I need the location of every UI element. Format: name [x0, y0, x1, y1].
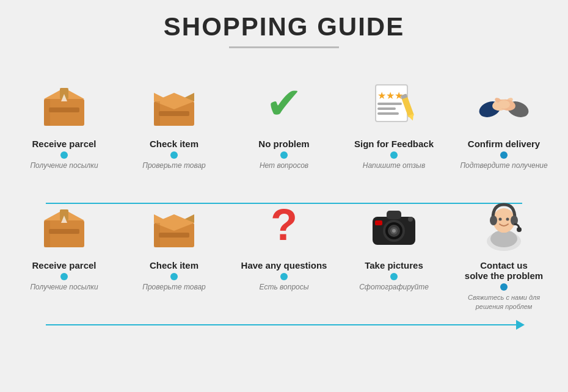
step-sublabel-feedback: Напишите отзыв — [363, 161, 425, 170]
step-icon-support — [473, 194, 534, 255]
step-sign-feedback: ★★★ Sign for Feedback Напишите отзыв — [345, 73, 443, 170]
camera-icon — [366, 197, 421, 252]
step-dot-pictures — [390, 273, 398, 280]
step-dot-check-1 — [170, 151, 178, 159]
guide-row-1: Receive parcel Получение посылки — [9, 73, 559, 170]
step-sublabel-check-1: Проверьте товар — [142, 161, 206, 170]
title-underline — [229, 46, 339, 48]
step-sublabel-receive-1: Получение посылки — [30, 161, 98, 170]
step-label-contact: Contact ussolve the problem — [465, 260, 543, 281]
svg-rect-16 — [377, 112, 399, 115]
step-label-questions: Have any questions — [241, 260, 327, 270]
step-sublabel-pictures: Сфотографируйте — [359, 283, 429, 291]
box-open-icon — [147, 76, 202, 131]
step-contact-us: Contact ussolve the problem Свяжитесь с … — [455, 194, 553, 312]
step-sublabel-contact: Свяжитесь с нами для решения проблем — [455, 293, 553, 312]
steps-container-1: Receive parcel Получение посылки — [9, 73, 559, 170]
step-dot-receive-1 — [60, 151, 68, 159]
step-dot-no-problem — [280, 151, 288, 159]
step-confirm-delivery: Confirm delivery Подтвердите получение — [455, 73, 553, 170]
step-check-item-2: Check item Проверьте товар — [125, 194, 223, 291]
step-icon-receive-1 — [34, 73, 95, 134]
svg-marker-34 — [44, 220, 50, 247]
svg-rect-47 — [387, 211, 401, 219]
svg-marker-40 — [154, 223, 160, 247]
svg-rect-39 — [159, 233, 189, 238]
step-dot-receive-2 — [60, 273, 68, 280]
svg-rect-31 — [49, 229, 79, 234]
svg-point-56 — [517, 227, 522, 232]
step-icon-check-1 — [144, 73, 205, 134]
guide-row-2: Receive parcel Получение посылки Check i… — [9, 194, 559, 312]
step-label-feedback: Sign for Feedback — [354, 139, 434, 149]
support-icon — [476, 197, 531, 252]
step-no-problem: ✔ No problem Нет вопросов — [235, 73, 333, 170]
step-label-check-2: Check item — [150, 260, 198, 270]
step-icon-handshake — [473, 73, 534, 134]
svg-point-51 — [490, 230, 517, 247]
box-closed-icon-2 — [37, 197, 92, 252]
step-dot-questions — [280, 273, 288, 280]
step-have-questions: ? Have any questions Есть вопросы — [235, 194, 333, 291]
step-receive-parcel-1: Receive parcel Получение посылки — [15, 73, 113, 170]
question-mark-icon: ? — [271, 203, 297, 247]
svg-rect-48 — [375, 220, 382, 225]
svg-marker-11 — [154, 101, 160, 126]
step-receive-parcel-2: Receive parcel Получение посылки — [15, 194, 113, 291]
step-sublabel-confirm: Подтвердите получение — [460, 161, 547, 170]
step-sublabel-no-problem: Нет вопросов — [260, 161, 308, 170]
step-label-check-1: Check item — [150, 139, 198, 149]
step-sublabel-questions: Есть вопросы — [259, 283, 308, 291]
checkmark-icon: ✔ — [266, 81, 302, 125]
step-label-receive-2: Receive parcel — [32, 260, 96, 270]
svg-point-58 — [506, 218, 509, 221]
svg-rect-10 — [159, 111, 189, 116]
step-icon-receive-2 — [34, 194, 95, 255]
step-dot-check-2 — [170, 273, 178, 280]
step-label-receive-1: Receive parcel — [32, 139, 96, 149]
svg-point-49 — [408, 217, 413, 222]
svg-point-46 — [392, 229, 396, 233]
box-closed-icon — [37, 76, 92, 131]
svg-point-28 — [498, 100, 510, 109]
handshake-icon — [476, 76, 531, 131]
step-icon-camera — [363, 194, 424, 255]
svg-rect-14 — [377, 103, 402, 105]
step-icon-feedback: ★★★ — [363, 73, 424, 134]
svg-point-54 — [490, 216, 497, 225]
svg-rect-15 — [377, 107, 396, 110]
svg-point-57 — [499, 218, 502, 221]
svg-text:★★★: ★★★ — [377, 90, 403, 101]
title-section: SHOPPING GUIDE — [164, 12, 404, 48]
step-icon-check-2 — [144, 194, 205, 255]
step-sublabel-receive-2: Получение посылки — [30, 283, 98, 291]
step-label-confirm: Confirm delivery — [468, 139, 540, 149]
step-dot-contact — [500, 283, 508, 291]
step-label-pictures: Take pictures — [365, 260, 423, 270]
step-icon-check: ✔ — [253, 73, 315, 134]
svg-rect-2 — [49, 107, 79, 112]
feedback-icon: ★★★ — [366, 76, 421, 131]
step-sublabel-check-2: Проверьте товар — [142, 283, 206, 291]
step-label-no-problem: No problem — [258, 139, 309, 149]
step-take-pictures: Take pictures Сфотографируйте — [345, 194, 443, 291]
step-dot-feedback — [390, 151, 398, 159]
timeline-line-2 — [46, 324, 522, 325]
step-dot-confirm — [500, 151, 508, 159]
steps-container-2: Receive parcel Получение посылки Check i… — [9, 194, 559, 312]
step-check-item-1: Check item Проверьте товар — [125, 73, 223, 170]
step-icon-question: ? — [253, 194, 315, 255]
timeline-arrow-2 — [516, 320, 525, 330]
box-open-icon-2 — [147, 197, 202, 252]
svg-marker-5 — [44, 99, 50, 126]
page-title: SHOPPING GUIDE — [164, 12, 404, 42]
